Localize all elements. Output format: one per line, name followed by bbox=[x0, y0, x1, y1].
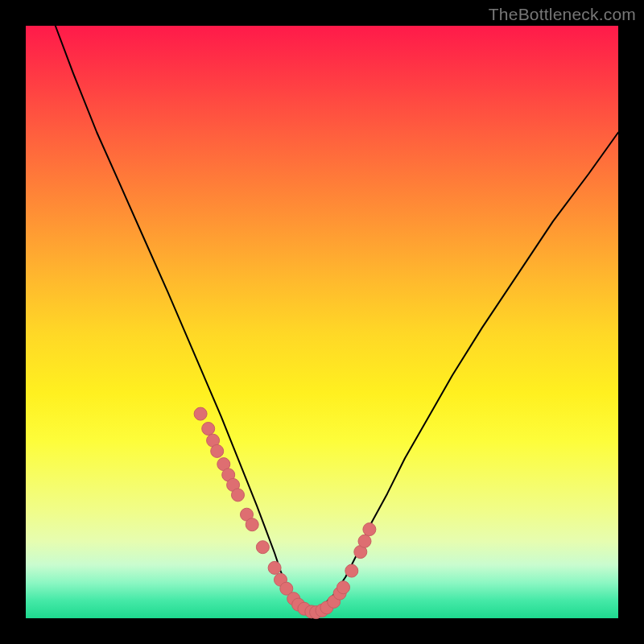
dot bbox=[363, 523, 376, 536]
dot bbox=[232, 489, 245, 502]
highlight-dots bbox=[194, 407, 376, 618]
curve-layer bbox=[26, 26, 618, 618]
dot bbox=[211, 444, 224, 457]
dot bbox=[246, 518, 258, 531]
dot bbox=[345, 564, 358, 577]
dot bbox=[256, 541, 269, 554]
chart-container: TheBottleneck.com bbox=[0, 0, 644, 644]
dot bbox=[268, 561, 281, 574]
bottleneck-curve bbox=[56, 26, 618, 613]
dot bbox=[194, 407, 207, 420]
dot bbox=[202, 423, 215, 436]
dot bbox=[358, 535, 371, 547]
watermark-text: TheBottleneck.com bbox=[489, 5, 636, 24]
dot bbox=[337, 581, 350, 594]
plot-area bbox=[26, 26, 618, 618]
